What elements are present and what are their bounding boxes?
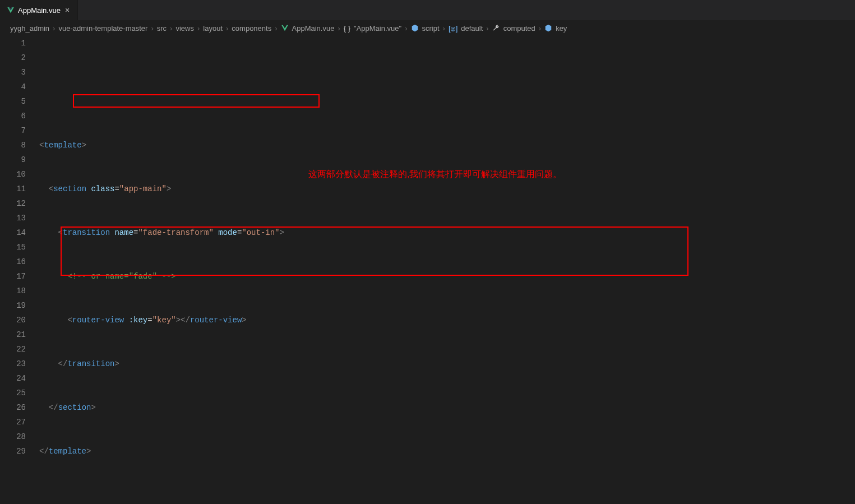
highlight-box-1 xyxy=(73,94,320,108)
line-number: 3 xyxy=(0,65,26,80)
tab-bar: AppMain.vue × xyxy=(0,0,855,20)
breadcrumb-item[interactable]: "AppMain.vue" xyxy=(354,24,401,33)
code-line: </template> xyxy=(39,444,855,459)
line-number: 2 xyxy=(0,50,26,65)
line-number: 15 xyxy=(0,240,26,255)
line-number: 28 xyxy=(0,429,26,444)
chevron-right-icon: › xyxy=(443,24,445,33)
line-number: 26 xyxy=(0,400,26,415)
line-number: 7 xyxy=(0,123,26,138)
chevron-right-icon: › xyxy=(338,24,340,33)
line-number: 8 xyxy=(0,138,26,152)
chevron-right-icon: › xyxy=(151,24,153,33)
chevron-right-icon: › xyxy=(405,24,407,33)
line-number: 12 xyxy=(0,196,26,211)
code-line: <router-view :key="key"></router-view> xyxy=(39,313,855,327)
line-number: 27 xyxy=(0,415,26,429)
line-number: 20 xyxy=(0,313,26,327)
line-number: 21 xyxy=(0,327,26,342)
file-tab-appmain[interactable]: AppMain.vue × xyxy=(0,0,78,20)
line-number: 13 xyxy=(0,211,26,225)
line-number: 18 xyxy=(0,284,26,298)
code-line: <!-- or name="fade" --> xyxy=(39,269,855,284)
breadcrumb: yygh_admin › vue-admin-template-master ›… xyxy=(0,20,855,36)
code-line: <section class="app-main"> xyxy=(39,182,855,196)
line-number: 9 xyxy=(0,152,26,167)
cube-icon xyxy=(544,24,552,32)
chevron-right-icon: › xyxy=(170,24,172,33)
line-number: 24 xyxy=(0,371,26,386)
code-line: <transition name="fade-transform" mode="… xyxy=(39,225,855,240)
line-number: 17 xyxy=(0,269,26,284)
chevron-right-icon: › xyxy=(226,24,228,33)
breadcrumb-item[interactable]: layout xyxy=(203,24,223,33)
code-line: <template> xyxy=(39,138,855,152)
vue-icon xyxy=(7,6,15,14)
chevron-right-icon: › xyxy=(486,24,488,33)
line-number: 23 xyxy=(0,357,26,371)
line-number: 5 xyxy=(0,94,26,109)
code-area[interactable]: 这两部分默认是被注释的,我们将其打开即可解决组件重用问题。 <template>… xyxy=(39,36,855,504)
code-line: </transition> xyxy=(39,357,855,371)
cube-icon xyxy=(411,24,419,32)
breadcrumb-item[interactable]: views xyxy=(175,24,194,33)
tab-filename: AppMain.vue xyxy=(18,6,61,15)
chevron-right-icon: › xyxy=(53,24,55,33)
code-line: </section> xyxy=(39,400,855,415)
line-number: 25 xyxy=(0,386,26,400)
breadcrumb-item[interactable]: AppMain.vue xyxy=(292,24,335,33)
line-number: 10 xyxy=(0,167,26,182)
breadcrumb-item[interactable]: computed xyxy=(503,24,535,33)
line-number: 22 xyxy=(0,342,26,357)
line-number: 29 xyxy=(0,444,26,459)
breadcrumb-item[interactable]: vue-admin-template-master xyxy=(58,24,147,33)
breadcrumb-item[interactable]: key xyxy=(556,24,567,33)
line-number: 4 xyxy=(0,80,26,94)
vue-icon xyxy=(281,24,289,32)
line-number: 1 xyxy=(0,36,26,50)
code-line xyxy=(39,488,855,502)
code-editor[interactable]: 1234567891011121314151617181920212223242… xyxy=(0,36,855,504)
line-number: 16 xyxy=(0,255,26,269)
chevron-right-icon: › xyxy=(197,24,200,33)
line-number: 6 xyxy=(0,109,26,123)
annotation-text: 这两部分默认是被注释的,我们将其打开即可解决组件重用问题。 xyxy=(308,167,562,182)
line-number: 19 xyxy=(0,298,26,313)
breadcrumb-item[interactable]: script xyxy=(422,24,440,33)
line-number: 14 xyxy=(0,225,26,240)
close-icon[interactable]: × xyxy=(64,6,71,15)
wrench-icon xyxy=(492,24,500,32)
breadcrumb-item[interactable]: src xyxy=(157,24,167,33)
line-number: 11 xyxy=(0,182,26,196)
breadcrumb-item[interactable]: yygh_admin xyxy=(10,24,49,33)
breadcrumb-item[interactable]: components xyxy=(232,24,271,33)
breadcrumb-item[interactable]: default xyxy=(461,24,483,33)
chevron-right-icon: › xyxy=(275,24,277,33)
line-number-gutter: 1234567891011121314151617181920212223242… xyxy=(0,36,39,504)
chevron-right-icon: › xyxy=(539,24,541,33)
